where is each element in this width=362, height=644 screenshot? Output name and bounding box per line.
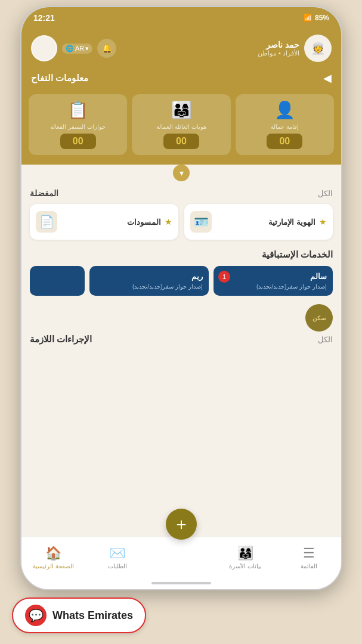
proactive-cards-row: سالم إصدار جواز سفر(جديد/تجديد) 1 ريم إص… (30, 266, 333, 296)
menu-label: القائمة (301, 563, 317, 569)
chevron-down-icon: ▾ (180, 168, 184, 178)
pro-card-salem[interactable]: سالم إصدار جواز سفر(جديد/تجديد) 1 (214, 266, 333, 296)
home-indicator (21, 577, 341, 589)
status-icons: 📶 85% (304, 14, 329, 22)
favorites-header: الكل المفضلة (30, 188, 333, 198)
star-icon: ★ (319, 217, 327, 227)
passport-label: جوازات التسفر الفعالة (50, 123, 106, 130)
user-avatar[interactable]: 👳 (304, 35, 332, 62)
home-label: الصفحة الرئيسية (33, 563, 74, 569)
requests-label: الطلبات (108, 563, 127, 569)
service-id-icon-wrap: 🪪 (190, 211, 212, 233)
favorites-link[interactable]: الكل (318, 189, 333, 198)
procedures-header: الكل الإجراءات اللازمة (30, 334, 333, 345)
user-role: الأفراد • مواطن (258, 49, 299, 57)
plus-icon: ＋ (173, 513, 190, 535)
chevron-down-icon: ▾ (85, 45, 89, 52)
main-content: الكل المفضلة ★ الهوية الإمارتية 🪪 (21, 181, 341, 537)
nav-item-home[interactable]: 🏠 الصفحة الرئيسية (21, 546, 85, 569)
pro-card-name-2: ريم (95, 272, 203, 281)
globe-icon: 🌐 (66, 45, 74, 52)
service-drafts-label: المسودات (127, 218, 161, 227)
sakan-label: سكن (313, 315, 326, 321)
wifi-icon: 📶 (304, 14, 313, 22)
residency-count: 00 (267, 134, 302, 149)
status-time: 12:21 (33, 13, 55, 23)
language-switcher[interactable]: ▾ AR 🌐 (62, 44, 92, 54)
residency-label: إقامة عمالة (271, 123, 299, 130)
profile-avatar[interactable] (31, 35, 57, 61)
header: 👳 حمد ناصر الأفراد • مواطن 🔔 ▾ AR 🌐 (21, 29, 341, 69)
sakan-icon[interactable]: سكن (305, 304, 333, 332)
menu-icon: ☰ (303, 546, 315, 561)
drafts-icon: 📄 (39, 215, 54, 229)
chevron-row: ▾ (21, 165, 341, 181)
fab-button[interactable]: ＋ (166, 509, 197, 540)
cards-section: 👤 إقامة عمالة 00 👨‍👩‍👧 هويات العائلة الع… (21, 89, 341, 165)
id-card-icon: 🪪 (194, 215, 209, 229)
service-card-drafts[interactable]: ★ المسودات 📄 (30, 204, 178, 240)
passport-count: 00 (60, 134, 96, 149)
header-actions: 🔔 ▾ AR 🌐 (31, 35, 116, 61)
user-name: حمد ناصر (258, 40, 299, 49)
user-info: حمد ناصر الأفراد • مواطن (258, 40, 299, 57)
bottom-nav: 🏠 الصفحة الرئيسية ✉️ الطلبات ＋ 👨‍👩‍👧 بيا… (21, 537, 341, 577)
procedures-title: الإجراءات اللازمة (30, 334, 92, 345)
nav-item-family[interactable]: 👨‍👩‍👧 بيانات الأسرة (214, 546, 277, 569)
requests-icon: ✉️ (109, 546, 125, 561)
whats-emirates-button[interactable]: 💬 Whats Emirates (12, 597, 146, 633)
service-card-id[interactable]: ★ الهوية الإمارتية 🪪 (184, 204, 333, 240)
pro-badge-1: 1 (218, 271, 230, 283)
pro-card-service-1: إصدار جواز سفر(جديد/تجديد) (219, 283, 327, 290)
family-label: بيانات الأسرة (229, 563, 262, 569)
home-icon: 🏠 (45, 546, 61, 561)
procedures-link[interactable]: الكل (318, 335, 333, 344)
battery-icon: 85% (315, 14, 329, 22)
pro-card-name-1: سالم (219, 272, 327, 281)
family-id-icon: 👨‍👩‍👧 (171, 100, 192, 120)
pro-card-reem[interactable]: ريم إصدار جواز سفر(جديد/تجديد) (89, 266, 209, 296)
family-icon: 👨‍👩‍👧 (237, 546, 253, 561)
nav-item-menu[interactable]: ☰ القائمة (277, 546, 341, 569)
pro-card-extra[interactable] (30, 266, 85, 296)
inner-content: الكل المفضلة ★ الهوية الإمارتية 🪪 (21, 181, 341, 355)
back-button[interactable]: ◀ (323, 72, 332, 85)
card-passport[interactable]: 📋 جوازات التسفر الفعالة 00 (29, 94, 127, 155)
page-title: معلومات التفاح (31, 73, 88, 83)
family-id-count: 00 (163, 134, 199, 149)
service-id-label: الهوية الإمارتية (268, 218, 315, 227)
service-drafts-icon-wrap: 📄 (36, 211, 57, 233)
star-icon-2: ★ (165, 217, 172, 227)
whatsapp-icon: 💬 (25, 605, 47, 626)
passport-icon: 📋 (67, 100, 88, 120)
card-family-id[interactable]: 👨‍👩‍👧 هويات العائلة العمالة 00 (132, 94, 230, 155)
status-bar: 12:21 📶 85% (21, 7, 341, 29)
phone-shell: 12:21 📶 85% 👳 حمد ناصر الأفراد • مواطن 🔔… (20, 6, 342, 590)
sakan-section: سكن (30, 304, 333, 332)
residency-icon: 👤 (274, 100, 295, 120)
notification-button[interactable]: 🔔 (97, 39, 116, 58)
header-user-section: 👳 حمد ناصر الأفراد • مواطن (258, 35, 332, 62)
service-cards-row: ★ الهوية الإمارتية 🪪 ★ المسودات (30, 204, 333, 240)
nav-item-requests[interactable]: ✉️ الطلبات (85, 546, 149, 569)
home-bar (151, 582, 211, 584)
expand-button[interactable]: ▾ (173, 165, 190, 181)
card-residency[interactable]: 👤 إقامة عمالة 00 (236, 94, 334, 155)
whats-emirates-label: Whats Emirates (52, 609, 133, 622)
back-row: ◀ معلومات التفاح (21, 69, 341, 89)
favorites-title: المفضلة (30, 188, 58, 198)
lang-label: AR (75, 45, 84, 52)
proactive-title: الخدمات الإستباقية (30, 249, 333, 260)
pro-card-service-2: إصدار جواز سفر(جديد/تجديد) (95, 283, 203, 290)
family-id-label: هويات العائلة العمالة (156, 123, 206, 130)
